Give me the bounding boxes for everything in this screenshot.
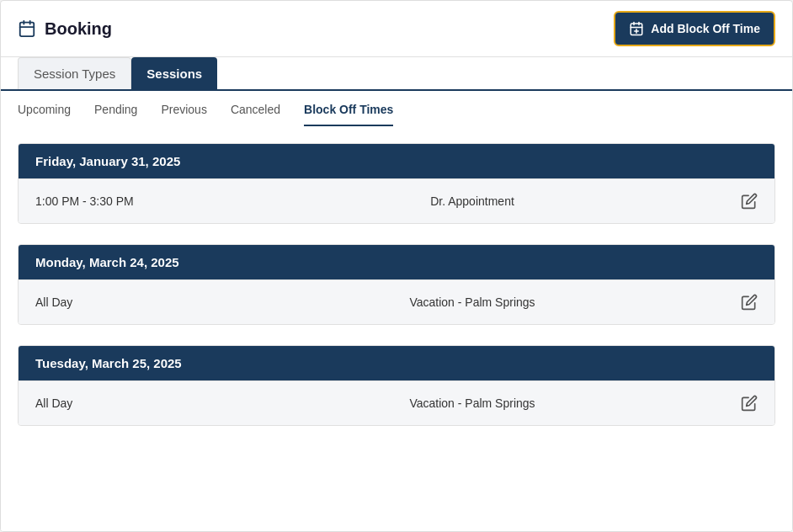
title-cell-2-0: Vacation - Palm Springs bbox=[221, 396, 724, 410]
tab-block-off-times[interactable]: Block Off Times bbox=[304, 103, 393, 126]
svg-rect-0 bbox=[20, 23, 35, 36]
header: Booking Add Block Off Time bbox=[1, 1, 792, 57]
date-header-2: Tuesday, March 25, 2025 bbox=[19, 346, 774, 380]
secondary-tabs: Upcoming Pending Previous Canceled Block… bbox=[1, 91, 792, 126]
date-label-2: Tuesday, March 25, 2025 bbox=[35, 356, 182, 370]
tab-previous[interactable]: Previous bbox=[161, 103, 206, 126]
time-cell-1-0: All Day bbox=[35, 295, 221, 309]
action-cell-1-0 bbox=[724, 294, 758, 311]
tab-session-types[interactable]: Session Types bbox=[18, 57, 131, 89]
title-text: Booking bbox=[45, 19, 112, 39]
date-header-0: Friday, January 31, 2025 bbox=[19, 144, 774, 178]
page-title: Booking bbox=[18, 19, 112, 39]
tab-canceled[interactable]: Canceled bbox=[231, 103, 280, 126]
edit-icon[interactable] bbox=[741, 395, 758, 412]
edit-icon[interactable] bbox=[741, 294, 758, 311]
tab-sessions[interactable]: Sessions bbox=[131, 57, 217, 89]
action-cell-2-0 bbox=[724, 395, 758, 412]
app-window: Booking Add Block Off Time Session Types… bbox=[0, 0, 793, 532]
table-row: 1:00 PM - 3:30 PM Dr. Appointment bbox=[19, 178, 774, 223]
action-cell-0-0 bbox=[724, 193, 758, 210]
table-row: All Day Vacation - Palm Springs bbox=[19, 380, 774, 425]
block-time-icon bbox=[629, 21, 644, 36]
title-cell-1-0: Vacation - Palm Springs bbox=[221, 295, 724, 309]
table-row: All Day Vacation - Palm Springs bbox=[19, 279, 774, 324]
time-cell-2-0: All Day bbox=[35, 396, 221, 410]
title-cell-0-0: Dr. Appointment bbox=[221, 194, 724, 208]
tab-pending[interactable]: Pending bbox=[94, 103, 137, 126]
edit-icon[interactable] bbox=[741, 193, 758, 210]
date-group-2: Tuesday, March 25, 2025 All Day Vacation… bbox=[18, 345, 775, 426]
tab-upcoming[interactable]: Upcoming bbox=[18, 103, 71, 126]
time-cell-0-0: 1:00 PM - 3:30 PM bbox=[35, 194, 221, 208]
date-label-1: Monday, March 24, 2025 bbox=[35, 255, 179, 269]
calendar-icon bbox=[18, 19, 36, 38]
date-label-0: Friday, January 31, 2025 bbox=[35, 154, 180, 168]
add-block-off-time-button[interactable]: Add Block Off Time bbox=[614, 11, 775, 46]
main-content: Friday, January 31, 2025 1:00 PM - 3:30 … bbox=[1, 126, 792, 531]
date-header-1: Monday, March 24, 2025 bbox=[19, 245, 774, 279]
primary-tabs: Session Types Sessions bbox=[1, 57, 792, 91]
add-block-label: Add Block Off Time bbox=[651, 22, 760, 35]
date-group-1: Monday, March 24, 2025 All Day Vacation … bbox=[18, 244, 775, 325]
date-group-0: Friday, January 31, 2025 1:00 PM - 3:30 … bbox=[18, 143, 775, 224]
